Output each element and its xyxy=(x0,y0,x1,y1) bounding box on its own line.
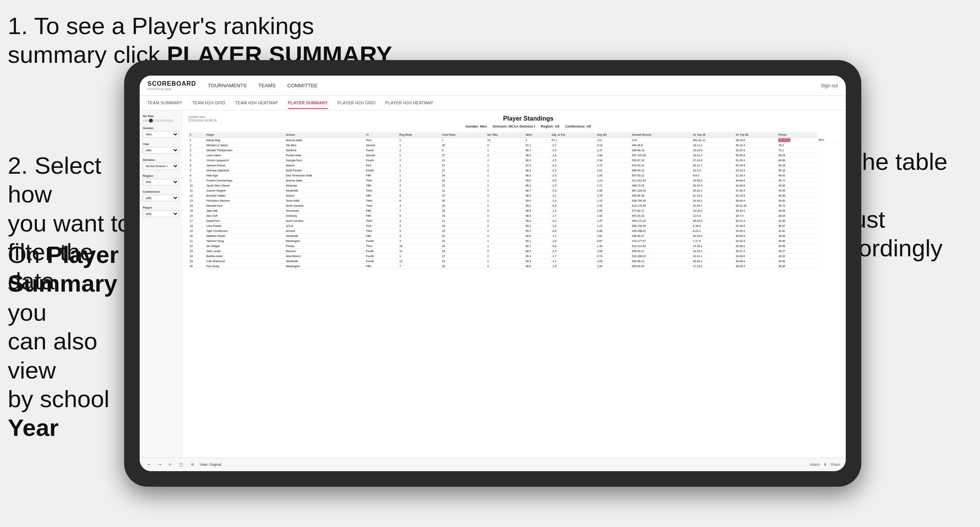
table-row[interactable]: 25Cole SherwoodVanderbiltFourth1223169.3… xyxy=(188,259,840,264)
table-row[interactable]: 13Phichaksn MaichonTexas A&MThird630169.… xyxy=(188,198,840,203)
table-row[interactable]: 11Gordon SargentVanderbiltThird421068.7-… xyxy=(188,188,840,193)
player-label: Player xyxy=(143,206,179,209)
table-row[interactable]: 21Tashiron SongWashingtonFourth423169.1-… xyxy=(188,238,840,244)
watch-btn[interactable]: Watch xyxy=(810,463,820,467)
table-row[interactable]: 20Matthew RiedelVanderbiltFifth923069.8-… xyxy=(188,233,840,238)
filter-region-summary: Region: All xyxy=(541,124,559,128)
table-title-section: Player Standings Gender: Men Division: N… xyxy=(216,115,840,128)
table-title: Player Standings xyxy=(216,115,840,122)
subnav-team-h2h-heatmap[interactable]: TEAM H2H HEATMAP xyxy=(235,97,278,109)
table-row[interactable]: 3Michael ThorbjornsenStanfordFourth28168… xyxy=(188,148,840,153)
col-points: Points xyxy=(777,132,817,138)
col-vs-top50: Vs Top 50 xyxy=(734,132,777,138)
player-select[interactable]: (All) xyxy=(143,211,179,217)
no-rds-label: No Rds. xyxy=(143,114,179,118)
annotation-bottom: On PlayerSummary you can also view by sc… xyxy=(8,240,144,442)
no-rds-slider[interactable] xyxy=(143,119,174,122)
col-yr: Yr xyxy=(364,132,398,138)
table-row[interactable]: 23Jack LundinMissouriFourth1124068.6-2.3… xyxy=(188,249,840,254)
paste-btn[interactable]: 📋 xyxy=(177,462,185,467)
main-content: No Rds. Gender Men Year (All) xyxy=(140,111,846,458)
redo-btn[interactable]: ↪ xyxy=(156,462,163,467)
subnav-team-h2h-grid[interactable]: TEAM H2H GRID xyxy=(192,97,225,109)
conference-select[interactable]: (All) xyxy=(143,195,179,201)
player-standings-table: # Player School Yr Reg Rank Conf Rank No… xyxy=(188,132,840,269)
division-label: Division xyxy=(143,158,179,162)
year-select[interactable]: (All) xyxy=(143,147,179,154)
slider-thumb xyxy=(149,119,153,123)
download-btn[interactable]: ⬇ xyxy=(824,463,827,467)
subnav-player-summary[interactable]: PLAYER SUMMARY xyxy=(288,97,328,109)
nav-teams[interactable]: TEAMS xyxy=(258,81,276,90)
table-row[interactable]: 16Alex GoffKentuckyFifth819068.3-1.71.92… xyxy=(188,213,840,218)
table-row[interactable]: 4Luke ClatonFlorida StateSecond127268.2-… xyxy=(188,153,840,158)
filter-division-summary: Division: NCAA Division I xyxy=(493,124,535,128)
sign-out-link[interactable]: Sign out xyxy=(821,83,838,88)
year-label: Year xyxy=(143,142,179,146)
col-reg-rank: Reg Rank xyxy=(398,132,441,138)
sidebar-filters: No Rds. Gender Men Year (All) xyxy=(140,111,182,458)
table-row[interactable]: 1Wenyi DingArizona StateFirst1115167.1-3… xyxy=(188,138,840,143)
copy-btn[interactable]: ⎘ xyxy=(167,462,173,467)
table-row[interactable]: 17David FordNorth CarolinaThird421069.0-… xyxy=(188,218,840,223)
col-avg-sg: Avg SG xyxy=(596,132,630,138)
conference-label: Conference xyxy=(143,190,179,194)
division-select[interactable]: NCAA Division I xyxy=(143,163,179,169)
bottom-toolbar: ↩ ↪ ⎘ 📋 ⚙ View: Original Watch ⬇ Share xyxy=(140,458,846,471)
col-player: Player xyxy=(205,132,284,138)
table-row[interactable]: 26Petr HrubyWashingtonFifth725068.6-1.61… xyxy=(188,264,840,269)
filter-summary-row: Gender: Men Division: NCAA Division I Re… xyxy=(216,124,840,128)
share-btn[interactable]: Share xyxy=(831,463,840,467)
gender-select[interactable]: Men xyxy=(143,131,179,138)
nav-tournaments[interactable]: TOURNAMENTS xyxy=(208,81,247,90)
subnav-player-h2h-heatmap[interactable]: PLAYER H2H HEATMAP xyxy=(385,97,433,109)
gender-label: Gender xyxy=(143,126,179,130)
table-row[interactable]: 6Jackson KoivunAuburnFirst127167.3-2.02.… xyxy=(188,163,840,168)
col-school: School xyxy=(284,132,365,138)
col-overall: Overall Record xyxy=(630,132,691,138)
table-row[interactable]: 7Nicholas GabrelcikNorth FloridaFourth12… xyxy=(188,168,840,173)
settings-btn[interactable]: ⚙ xyxy=(189,462,196,467)
col-no-rds: No. Rds. xyxy=(486,132,524,138)
table-row[interactable]: 19Tiger ChristensenArizonaThird523269.2-… xyxy=(188,228,840,233)
table-header: # Player School Yr Reg Rank Conf Rank No… xyxy=(188,132,840,138)
table-area: Update time: 27/03/2024 16:56:26 Player … xyxy=(182,111,846,458)
tablet-screen: SCOREBOARD Powered by dippi TOURNAMENTS … xyxy=(140,76,846,471)
col-vs-top25: Vs Top 25 xyxy=(691,132,734,138)
table-row[interactable]: 10Jacob Skov OlesenArkansasFifth223168.4… xyxy=(188,183,840,188)
col-rank: # xyxy=(188,132,205,138)
view-label[interactable]: View: Original xyxy=(200,463,221,467)
table-row[interactable]: 24Bastien AmatNew MexicoFourth127269.4-1… xyxy=(188,254,840,259)
logo: SCOREBOARD Powered by dippi xyxy=(147,80,196,91)
filter-gender-summary: Gender: Men xyxy=(466,124,487,128)
col-adj: Adj. to Par xyxy=(550,132,596,138)
undo-btn[interactable]: ↩ xyxy=(145,462,152,467)
filter-conference-summary: Conference: All xyxy=(565,124,591,128)
nav-committee[interactable]: COMMITTEE xyxy=(287,81,318,90)
filter-region: Region N/A xyxy=(143,174,179,185)
table-row[interactable]: 22Ian GilliganFloridaThird1024168.7-0.81… xyxy=(188,244,840,249)
table-row[interactable]: 9Preston SummerhaysArizona StateThird324… xyxy=(188,178,840,183)
table-row[interactable]: 2Michael Le SassoOle MissSecond118067.1-… xyxy=(188,143,840,148)
table-row[interactable]: 8Mats EgeEast Tennessee StateFifth124268… xyxy=(188,173,840,178)
filter-no-rds: No Rds. xyxy=(143,114,179,122)
col-wins: Wins xyxy=(524,132,550,138)
tablet-device: SCOREBOARD Powered by dippi TOURNAMENTS … xyxy=(124,60,861,487)
table-row[interactable]: 5Christo LamprechtGeorgia TechFourth2212… xyxy=(188,158,840,163)
table-row[interactable]: 18Luke PowellUCLAFirst424069.1-1.81.1350… xyxy=(188,223,840,228)
nav-bar: SCOREBOARD Powered by dippi TOURNAMENTS … xyxy=(140,76,846,96)
table-header-row: Update time: 27/03/2024 16:56:26 Player … xyxy=(188,115,840,128)
subnav-player-h2h-grid[interactable]: PLAYER H2H GRID xyxy=(338,97,376,109)
update-time: 27/03/2024 16:56:26 xyxy=(188,119,216,122)
table-row[interactable]: 14Maxwell FordNorth CarolinaThird323069.… xyxy=(188,203,840,208)
filter-player: Player (All) xyxy=(143,206,179,217)
filter-gender: Gender Men xyxy=(143,126,179,138)
nav-right: Sign out xyxy=(821,83,838,88)
nav-links: TOURNAMENTS TEAMS COMMITTEE xyxy=(208,81,821,90)
region-select[interactable]: N/A xyxy=(143,179,179,185)
table-row[interactable]: 15Jake HallTennesseeFifth718068.5-1.51.6… xyxy=(188,208,840,213)
filter-conference: Conference (All) xyxy=(143,190,179,201)
filter-division: Division NCAA Division I xyxy=(143,158,179,169)
subnav-team-summary[interactable]: TEAM SUMMARY xyxy=(147,97,182,109)
table-row[interactable]: 12Brendan ValdesAuburnFifth537068.4-1.11… xyxy=(188,193,840,198)
